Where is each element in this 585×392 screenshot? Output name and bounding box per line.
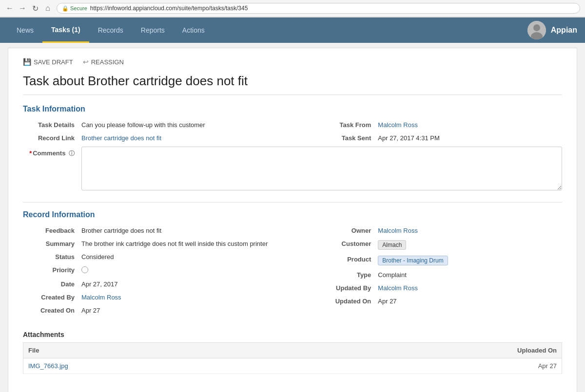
- record-info-right: Owner Malcolm Ross Customer Almach Produ…: [319, 226, 562, 319]
- attachments-title: Attachments: [23, 331, 562, 338]
- priority-label: Priority: [23, 265, 81, 274]
- comments-row: *Comments ⓘ: [23, 147, 562, 190]
- url-text: https://infoworld.appiancloud.com/suite/…: [90, 5, 248, 12]
- task-from-row: Task From Malcolm Ross: [319, 120, 562, 129]
- task-sent-value: Apr 27, 2017 4:31 PM: [378, 133, 439, 142]
- attachments-section: Attachments File Uploaded On IMG_7663.jp…: [23, 331, 562, 374]
- section-divider: [23, 202, 562, 203]
- nav-item-tasks[interactable]: Tasks (1): [42, 18, 89, 43]
- page-title: Task about Brother cartridge does not fi…: [23, 74, 562, 95]
- task-from-value[interactable]: Malcolm Ross: [378, 120, 418, 129]
- updated-on-row: Updated On Apr 27: [319, 297, 562, 305]
- date-label: Date: [23, 280, 81, 288]
- address-bar: ← → ↻ ⌂ 🔒 Secure https://infoworld.appia…: [0, 0, 585, 17]
- owner-value[interactable]: Malcolm Ross: [378, 226, 418, 234]
- save-draft-label: SAVE DRAFT: [34, 58, 73, 66]
- avatar[interactable]: [527, 21, 546, 39]
- feedback-row: Feedback Brother cartridge does not fit: [23, 226, 319, 234]
- record-info-section: Record Information Feedback Brother cart…: [23, 210, 562, 319]
- updated-by-value[interactable]: Malcolm Ross: [378, 283, 418, 292]
- priority-value: [81, 265, 88, 275]
- nav-right: Appian: [527, 21, 577, 39]
- file-cell: IMG_7663.jpg: [23, 358, 294, 374]
- page-content: 💾 SAVE DRAFT ↩ REASSIGN Task about Broth…: [8, 48, 577, 392]
- task-details-label: Task Details: [23, 120, 81, 129]
- status-row: Status Considered: [23, 252, 319, 261]
- task-from-label: Task From: [319, 120, 378, 129]
- status-value: Considered: [81, 252, 114, 261]
- product-tag[interactable]: Brother - Imaging Drum: [378, 256, 448, 265]
- summary-label: Summary: [23, 239, 81, 247]
- owner-row: Owner Malcolm Ross: [319, 226, 562, 234]
- table-row: IMG_7663.jpg Apr 27: [23, 358, 562, 374]
- created-on-label: Created On: [23, 306, 81, 314]
- home-button[interactable]: ⌂: [43, 3, 53, 13]
- refresh-button[interactable]: ↻: [30, 3, 40, 13]
- type-label: Type: [319, 270, 378, 279]
- nav-item-records[interactable]: Records: [89, 19, 132, 42]
- attachments-table: File Uploaded On IMG_7663.jpg Apr 27: [23, 342, 562, 374]
- updated-by-label: Updated By: [319, 283, 378, 292]
- updated-on-label: Updated On: [319, 297, 378, 305]
- toolbar: 💾 SAVE DRAFT ↩ REASSIGN: [23, 58, 562, 66]
- forward-button[interactable]: →: [18, 3, 27, 13]
- brand-name: Appian: [551, 26, 577, 35]
- save-icon: 💾: [23, 58, 31, 66]
- task-sent-label: Task Sent: [319, 133, 378, 142]
- browser-nav: ← → ↻ ⌂: [5, 3, 53, 13]
- priority-circle: [81, 266, 88, 273]
- attachments-body: IMG_7663.jpg Apr 27: [23, 358, 562, 374]
- created-on-value: Apr 27: [81, 306, 100, 314]
- customer-value: Almach: [378, 239, 406, 250]
- uploaded-on-cell: Apr 27: [293, 358, 562, 374]
- browser-chrome: ← → ↻ ⌂ 🔒 Secure https://infoworld.appia…: [0, 0, 585, 18]
- secure-badge: 🔒 Secure: [62, 5, 87, 12]
- url-bar[interactable]: 🔒 Secure https://infoworld.appiancloud.c…: [57, 3, 580, 14]
- record-link-row: Record Link Brother cartridge does not f…: [23, 133, 319, 142]
- file-link[interactable]: IMG_7663.jpg: [28, 362, 68, 370]
- owner-label: Owner: [319, 226, 378, 234]
- required-star: *: [29, 149, 32, 157]
- product-row: Product Brother - Imaging Drum: [319, 255, 562, 265]
- status-label: Status: [23, 252, 81, 261]
- footer-buttons: SKIP TASK TASK COMPLETED: [23, 386, 562, 392]
- updated-on-value: Apr 27: [378, 297, 396, 305]
- created-by-row: Created By Malcolm Ross: [23, 293, 319, 301]
- task-details-value: Can you please follow-up with this custo…: [81, 120, 205, 129]
- comments-info-icon: ⓘ: [69, 150, 75, 157]
- customer-label: Customer: [319, 239, 378, 247]
- type-row: Type Complaint: [319, 270, 562, 279]
- save-draft-button[interactable]: 💾 SAVE DRAFT: [23, 58, 73, 66]
- nav-item-news[interactable]: News: [8, 19, 42, 42]
- app-nav: News Tasks (1) Records Reports Actions A…: [0, 18, 585, 43]
- task-info-heading: Task Information: [23, 105, 562, 113]
- col-uploaded-on: Uploaded On: [293, 343, 562, 358]
- task-sent-row: Task Sent Apr 27, 2017 4:31 PM: [319, 133, 562, 142]
- feedback-label: Feedback: [23, 226, 81, 234]
- date-row: Date Apr 27, 2017: [23, 280, 319, 288]
- comments-textarea[interactable]: [81, 147, 562, 190]
- product-label: Product: [319, 255, 378, 263]
- back-button[interactable]: ←: [5, 3, 15, 13]
- col-file: File: [23, 343, 294, 358]
- nav-item-reports[interactable]: Reports: [132, 19, 174, 42]
- task-info-left: Task Details Can you please follow-up wi…: [23, 120, 319, 147]
- nav-items: News Tasks (1) Records Reports Actions: [8, 18, 527, 43]
- date-value: Apr 27, 2017: [81, 280, 117, 288]
- created-by-value[interactable]: Malcolm Ross: [81, 293, 121, 301]
- nav-item-actions[interactable]: Actions: [174, 19, 214, 42]
- record-link-value[interactable]: Brother cartridge does not fit: [81, 133, 161, 142]
- product-value: Brother - Imaging Drum: [378, 255, 448, 265]
- reassign-button[interactable]: ↩ REASSIGN: [83, 58, 124, 66]
- reassign-icon: ↩: [83, 58, 89, 66]
- summary-value: The brother ink cartridge does not fit w…: [81, 239, 268, 247]
- task-info-columns: Task Details Can you please follow-up wi…: [23, 120, 562, 147]
- updated-by-row: Updated By Malcolm Ross: [319, 283, 562, 292]
- type-value: Complaint: [378, 270, 407, 279]
- record-link-label: Record Link: [23, 133, 81, 142]
- task-info-section: Task Information Task Details Can you pl…: [23, 105, 562, 190]
- reassign-label: REASSIGN: [91, 58, 124, 66]
- svg-point-1: [533, 24, 540, 31]
- customer-tag[interactable]: Almach: [378, 240, 406, 250]
- summary-row: Summary The brother ink cartridge does n…: [23, 239, 319, 247]
